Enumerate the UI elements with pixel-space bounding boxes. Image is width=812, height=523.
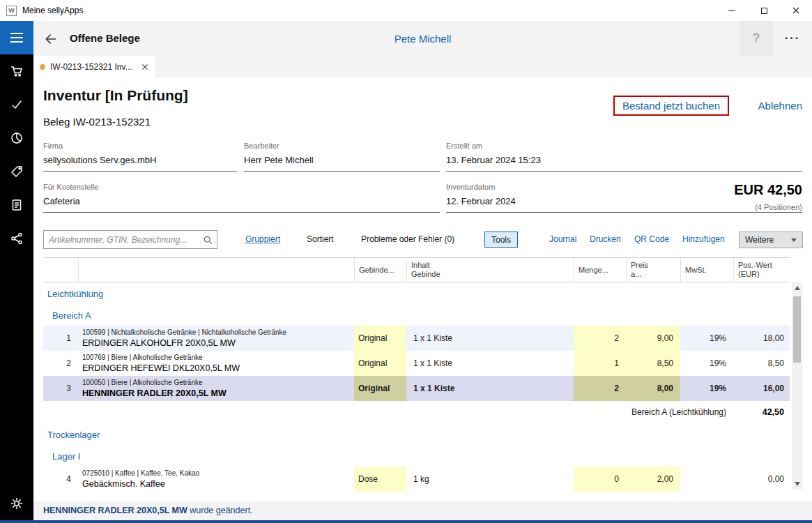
- cell-menge[interactable]: 2: [574, 326, 626, 351]
- reject-button[interactable]: Ablehnen: [758, 100, 802, 112]
- minimize-icon: [728, 10, 735, 11]
- book-inventory-button[interactable]: Bestand jetzt buchen: [613, 96, 729, 116]
- help-button[interactable]: ?: [740, 21, 773, 56]
- maximize-icon: [761, 8, 767, 14]
- cell-preis[interactable]: 8,00: [626, 376, 680, 401]
- sidebar-item-documents[interactable]: [0, 188, 33, 222]
- header-preis[interactable]: Preis a...: [626, 258, 680, 282]
- cell-gebinde[interactable]: Dose: [354, 467, 406, 492]
- field-label: Bearbeiter: [244, 142, 440, 150]
- header-wert[interactable]: Pos.-Wert (EUR): [733, 258, 790, 282]
- cell-gebinde[interactable]: Original: [354, 326, 406, 351]
- subgroup-header[interactable]: Lager I: [43, 446, 790, 467]
- search-icon[interactable]: [203, 235, 213, 245]
- tools-button[interactable]: Tools: [484, 232, 518, 248]
- cell-wert: 0,00: [733, 467, 790, 492]
- close-button[interactable]: [780, 0, 812, 21]
- status-product-name: HENNINGER RADLER 20X0,5L MW: [43, 506, 187, 515]
- row-number: 3: [43, 376, 78, 401]
- cell-wert: 18,00: [733, 326, 790, 351]
- field-value: Cafeteria: [43, 196, 440, 206]
- header-inhalt[interactable]: Inhalt Gebinde: [406, 258, 574, 282]
- triangle-up-icon: [795, 286, 800, 290]
- field-kostenstelle: Für Kostenstelle Cafeteria: [43, 183, 440, 213]
- pie-chart-icon: [10, 131, 24, 145]
- scrollbar-thumb[interactable]: [793, 296, 801, 363]
- sorted-toggle[interactable]: Sortiert: [307, 230, 334, 249]
- article-name: ERDINGER ALKOHOLFR 20X0,5L MW: [82, 338, 236, 349]
- add-link[interactable]: Hinzufügen: [682, 230, 725, 249]
- sidebar-item-cart[interactable]: [0, 54, 33, 88]
- table-row-selected[interactable]: 3 100050 | Biere | Alkoholische Getränke…: [43, 376, 790, 401]
- field-value: sellysolutions Serv.ges.mbH: [43, 155, 237, 165]
- search-input[interactable]: [44, 235, 203, 245]
- scroll-up-button[interactable]: [792, 282, 802, 294]
- tab-close-button[interactable]: [141, 63, 149, 71]
- print-link[interactable]: Drucken: [590, 230, 621, 249]
- grouped-toggle[interactable]: Gruppiert: [245, 230, 280, 249]
- row-number: 1: [43, 326, 78, 351]
- sidebar-item-share[interactable]: [0, 222, 33, 255]
- title-bar: W Meine sellyApps: [0, 0, 812, 21]
- field-label: Erstellt am: [446, 142, 802, 150]
- sidebar-item-statistics[interactable]: [0, 121, 33, 155]
- page-title: Offene Belege: [70, 32, 140, 44]
- header-mwst[interactable]: MwSt.: [680, 258, 733, 282]
- table-row[interactable]: 2 100769 | Biere | Alkoholische Getränke…: [43, 351, 790, 376]
- more-options-button[interactable]: ···: [776, 21, 809, 56]
- header-empty-desc: [78, 258, 354, 282]
- journal-link[interactable]: Journal: [549, 230, 576, 249]
- header-gebinde[interactable]: Gebinde...: [354, 258, 406, 282]
- close-icon: [790, 5, 802, 16]
- back-button[interactable]: [42, 30, 60, 48]
- row-description: 0725010 | Kaffee | Kaffee, Tee, Kakao Ge…: [78, 467, 354, 492]
- cell-menge[interactable]: 0: [574, 467, 626, 492]
- scroll-down-button[interactable]: [792, 478, 802, 490]
- table-row[interactable]: 4 0725010 | Kaffee | Kaffee, Tee, Kakao …: [43, 467, 790, 492]
- tag-icon: [10, 165, 24, 179]
- cell-preis[interactable]: 2,00: [626, 467, 680, 492]
- more-actions-label: Weitere: [745, 235, 774, 245]
- problems-filter[interactable]: Probleme oder Fehler (0): [361, 230, 454, 249]
- cell-preis[interactable]: 9,00: [626, 326, 680, 351]
- tab-document[interactable]: IW-0213-152321 Inv...: [33, 56, 155, 77]
- positions-count: (4 Positionen): [734, 203, 802, 211]
- cell-inhalt: 1 kg: [406, 467, 574, 492]
- field-label: Firma: [43, 142, 237, 150]
- cell-menge[interactable]: 2: [574, 376, 626, 401]
- sidebar-item-offers[interactable]: [0, 155, 33, 188]
- cell-preis[interactable]: 8,50: [626, 351, 680, 376]
- article-name: Gebäckmisch. Kaffee: [82, 478, 165, 490]
- article-category: 100050 | Biere | Alkoholische Getränke: [82, 379, 203, 387]
- row-number: 2: [43, 351, 78, 376]
- user-name-link[interactable]: Pete Michell: [394, 33, 452, 45]
- summary-label: Bereich A (Leichtkühlung): [43, 401, 733, 423]
- header-menge[interactable]: Menge...: [574, 258, 626, 282]
- document-title: Inventur [In Prüfung]: [43, 87, 188, 104]
- app-icon: W: [6, 6, 17, 16]
- cell-menge[interactable]: 1: [574, 351, 626, 376]
- cell-wert: 16,00: [733, 376, 790, 401]
- qr-code-link[interactable]: QR Code: [634, 230, 669, 249]
- minimize-button[interactable]: [716, 0, 748, 21]
- sidebar-item-tasks[interactable]: [0, 88, 33, 121]
- group-header[interactable]: Leichtkühlung: [43, 282, 790, 305]
- settings-button[interactable]: [0, 490, 33, 517]
- group-summary-row: Bereich A (Leichtkühlung) 42,50: [43, 401, 790, 423]
- close-icon: [141, 63, 149, 71]
- maximize-button[interactable]: [748, 0, 780, 21]
- vertical-scrollbar[interactable]: [792, 282, 802, 490]
- hamburger-menu-button[interactable]: [0, 21, 33, 54]
- cell-inhalt: 1 x 1 Kiste: [406, 326, 574, 351]
- table-row[interactable]: 1 100599 | Nichtalkoholische Getränke | …: [43, 326, 790, 351]
- field-firma: Firma sellysolutions Serv.ges.mbH: [43, 142, 237, 172]
- subgroup-header[interactable]: Bereich A: [43, 305, 790, 326]
- row-number: 4: [43, 467, 78, 492]
- main-content: Inventur [In Prüfung] Beleg IW-0213-1523…: [33, 77, 812, 501]
- summary-value: 42,50: [733, 401, 790, 423]
- more-actions-dropdown[interactable]: Weitere: [739, 232, 803, 248]
- group-header[interactable]: Trockenlager: [43, 423, 790, 446]
- cell-gebinde[interactable]: Original: [354, 351, 406, 376]
- positions-table: Gebinde... Inhalt Gebinde Menge... Preis…: [43, 257, 790, 492]
- cell-gebinde[interactable]: Original: [354, 376, 406, 401]
